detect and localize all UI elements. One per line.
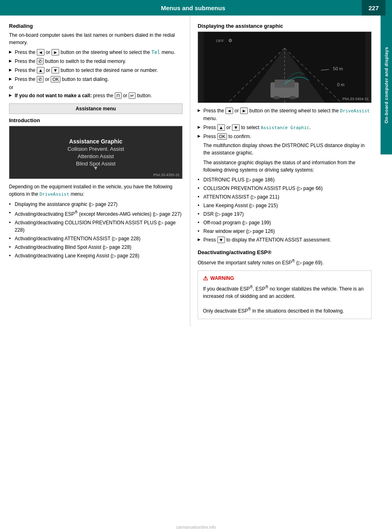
warning-icon: ⚠ <box>203 275 208 282</box>
warning-text-2: Only deactivate ESP® in the situations d… <box>203 306 366 315</box>
system-6: Off-road program (▷ page 199) <box>198 219 372 226</box>
redialing-step-3: Press the ▲ or ▼ button to select the de… <box>9 67 183 74</box>
right-arrow-btn: ► <box>51 49 59 56</box>
tel-menu-label: Tel <box>151 49 160 55</box>
right-column: Displaying the assistance graphic 50 m 0… <box>190 16 381 326</box>
warning-box: ⚠ WARNING If you deactivate ESP®, ESP® n… <box>198 270 372 319</box>
right-btn-2: ► <box>240 107 248 114</box>
down-btn-3: ▼ <box>217 237 225 243</box>
watermark: carmanualsonline.info <box>176 525 216 530</box>
left-btn-2: ◄ <box>225 107 233 114</box>
driveassist-label-2: DriveAssist <box>340 108 370 114</box>
main-content: Redialing The on-board computer saves th… <box>0 16 381 326</box>
left-column: Redialing The on-board computer saves th… <box>0 16 190 326</box>
display-step-1: Press the ◄ or ► button on the steering … <box>198 107 372 122</box>
option-5: Activating/deactivating Blind Spot Assis… <box>9 244 183 251</box>
menu-item-1: Assistance Graphic <box>67 138 124 145</box>
assistance-body: Depending on the equipment installed in … <box>9 183 183 198</box>
assistance-menu-image: Assistance Graphic Collision Prevent. As… <box>9 126 183 179</box>
redialing-step-1: Press the ◄ or ► button on the steering … <box>9 49 183 56</box>
option-2: Activating/deactivating ESP® (except Mer… <box>9 209 183 218</box>
end-call-btn: ⊓ <box>115 92 122 99</box>
no-call-step: If you do not want to make a call: press… <box>9 92 183 99</box>
display-step-3: Press OK to confirm. <box>198 133 372 140</box>
redialing-step-2: Press the ✆ button to switch to the redi… <box>9 58 183 65</box>
down-btn-2: ▼ <box>232 124 240 131</box>
side-tab-label: On-board computer and displays <box>381 16 392 154</box>
display-step-2: Press ▲ or ▼ to select Assistance Graphi… <box>198 124 372 132</box>
redialing-step-4: Press the ✆ or OK button to start dialin… <box>9 76 183 83</box>
no-call-label: If you do not want to make a call: <box>15 93 92 98</box>
return-btn: ↵ <box>129 92 136 99</box>
distronic-note: The multifunction display shows the DIST… <box>198 142 372 156</box>
redialing-heading: Redialing <box>9 23 183 29</box>
system-4: Lane Keeping Assist (▷ page 215) <box>198 202 372 209</box>
menu-arrow-indicator: ▼ <box>93 165 99 171</box>
down-arrow-btn: ▼ <box>51 67 59 74</box>
option-1: Displaying the assistance graphic (▷ pag… <box>9 201 183 208</box>
svg-text:0 m: 0 m <box>337 82 345 87</box>
ok-btn: OK <box>51 76 60 83</box>
system-3: ATTENTION ASSIST (▷ page 211) <box>198 193 372 201</box>
system-7: Rear window wiper (▷ page 126) <box>198 228 372 235</box>
phone-btn: ✆ <box>37 58 44 65</box>
assistance-status-note: The assistance graphic displays the stat… <box>198 159 372 174</box>
ok-btn-2: OK <box>217 133 227 140</box>
menu-image-content: Assistance Graphic Collision Prevent. As… <box>67 137 124 168</box>
assist-graphic-caption: P54.33-3454-31 <box>342 97 369 101</box>
intro-image-caption: P54.33-4355-31 <box>153 173 180 177</box>
warning-label: WARNING <box>210 275 234 281</box>
assistance-menu-box: Assistance menu <box>9 103 183 114</box>
svg-text:50 m: 50 m <box>333 66 343 71</box>
atten-assist-step: Press ▼ to display the ATTENTION ASSIST … <box>198 236 372 244</box>
option-4: Activating/deactivating ATTENTION ASSIST… <box>9 235 183 242</box>
system-2: COLLISION PREVENTION ASSIST PLUS (▷ page… <box>198 185 372 192</box>
driveassist-label: DriveAssist <box>40 192 69 197</box>
warning-title: ⚠ WARNING <box>203 275 366 282</box>
svg-text:OFF: OFF <box>216 38 224 43</box>
redialing-intro: The on-board computer saves the last nam… <box>9 31 183 46</box>
header-title: Menus and submenus <box>24 4 362 11</box>
displaying-graphic-heading: Displaying the assistance graphic <box>198 23 372 29</box>
up-btn-2: ▲ <box>217 124 225 131</box>
deact-esp-intro: Observe the important safety notes on ES… <box>198 258 372 266</box>
assistance-graphic-label: Assistance Graphic <box>261 125 310 130</box>
menu-item-2: Collision Prevent. Assist <box>67 146 124 152</box>
left-arrow-btn: ◄ <box>37 49 45 56</box>
page-number: 227 <box>362 0 385 16</box>
svg-text:⚙: ⚙ <box>228 38 232 43</box>
svg-rect-9 <box>274 80 294 88</box>
system-1: DISTRONIC PLUS (▷ page 186) <box>198 176 372 183</box>
deactivating-esp-section: Deactivating/activating ESP® Observe the… <box>198 249 372 319</box>
svg-point-11 <box>290 96 296 99</box>
warning-text-1: If you deactivate ESP®, ESP® no longer s… <box>203 284 366 300</box>
menu-item-3: Attention Assist <box>67 153 124 159</box>
svg-point-10 <box>273 96 280 99</box>
system-5: DSR (▷ page 197) <box>198 210 372 218</box>
phone-btn-2: ✆ <box>37 76 44 83</box>
option-6: Activating/deactivating Lane Keeping Ass… <box>9 252 183 259</box>
up-arrow-btn: ▲ <box>37 67 45 74</box>
deact-esp-heading: Deactivating/activating ESP® <box>198 249 372 255</box>
or-text: or <box>9 85 183 90</box>
assistance-graphic-image: 50 m 0 m OFF ⚙ P54.33-3454-31 <box>198 31 372 103</box>
option-3: Activating/deactivating COLLISION PREVEN… <box>9 219 183 234</box>
introduction-heading: Introduction <box>9 117 183 123</box>
road-svg: 50 m 0 m OFF ⚙ <box>198 32 371 103</box>
header-bar: Menus and submenus 227 <box>0 0 392 16</box>
